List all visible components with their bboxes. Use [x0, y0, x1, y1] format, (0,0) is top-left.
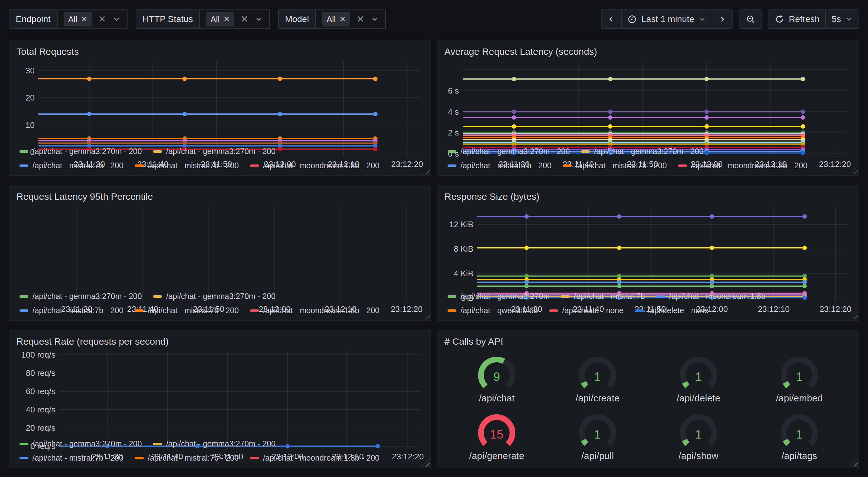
gauge-value: 15	[490, 428, 503, 441]
gauge-value: 9	[494, 370, 500, 383]
gauge-value: 1	[594, 370, 601, 383]
clear-icon[interactable]: ✕	[98, 14, 106, 24]
filter-model-chip[interactable]: All ✕	[322, 12, 350, 27]
gauge-api-embed[interactable]: 1/api/embed	[771, 353, 828, 404]
time-series-chart[interactable]: 23:11:3023:11:4023:11:5023:12:0023:12:10…	[15, 58, 425, 145]
legend-label: /api/chat - mistral:7b - 200	[148, 161, 239, 170]
legend-item[interactable]: /api/chat - gemma3:270m - 200	[153, 292, 275, 301]
gauge-api-generate[interactable]: 15/api/generate	[468, 410, 525, 461]
legend-item[interactable]: /api/chat - mistral:7b - 200	[135, 453, 239, 463]
legend-item[interactable]: /api/chat - moondream:1.8b - 200	[250, 306, 379, 315]
refresh-button[interactable]: Refresh	[769, 10, 825, 28]
legend-label: /api/chat - gemma3:270m - 200	[32, 292, 142, 301]
gauge-api-create[interactable]: 1/api/create	[569, 353, 626, 404]
chevron-down-icon[interactable]	[255, 15, 263, 23]
filter-http-status-chip[interactable]: All ✕	[206, 12, 234, 27]
time-series-chart[interactable]: 23:11:3023:11:4023:11:5023:12:0023:12:10…	[443, 203, 853, 290]
gauge-api-show[interactable]: 1/api/show	[670, 410, 727, 461]
legend-item[interactable]: /api/chat - mistral:7b - 200	[20, 453, 123, 463]
remove-value-icon[interactable]: ✕	[81, 16, 87, 23]
legend: /api/chat - gemma3:270m/api/chat - mistr…	[447, 292, 853, 315]
legend-row: /api/chat - gemma3:270m/api/chat - mistr…	[447, 292, 853, 301]
svg-text:100 req/s: 100 req/s	[22, 350, 56, 359]
legend-item[interactable]: /api/chat - gemma3:270m - 200	[447, 147, 570, 156]
refresh-interval-picker[interactable]: 5s	[825, 10, 859, 28]
panel-title[interactable]: Average Request Latency (seconds)	[444, 46, 853, 57]
time-controls: Last 1 minute Refresh	[601, 9, 859, 29]
legend-item[interactable]: /api/chat - moondream:1.8b	[656, 292, 766, 301]
refresh-label: Refresh	[788, 14, 819, 24]
legend-swatch	[656, 295, 665, 298]
remove-value-icon[interactable]: ✕	[340, 16, 346, 23]
svg-text:80 req/s: 80 req/s	[26, 368, 56, 378]
filter-http-status-label: HTTP Status	[136, 10, 200, 28]
legend-item[interactable]: /api/chat - gemma3:270m - 200	[20, 147, 142, 156]
legend-item[interactable]: /api/chat - moondream:1.8b - 200	[250, 453, 379, 463]
filter-endpoint: Endpoint All ✕ ✕	[9, 9, 128, 29]
legend-item[interactable]: /api/chat - mistral:7b	[561, 292, 645, 301]
chevron-left-icon	[607, 15, 615, 23]
chevron-down-icon[interactable]	[371, 15, 379, 23]
gauge-label: /api/pull	[581, 450, 614, 461]
time-range-label: Last 1 minute	[641, 14, 694, 24]
time-range-picker[interactable]: Last 1 minute	[621, 10, 712, 28]
remove-value-icon[interactable]: ✕	[223, 16, 229, 23]
legend-item[interactable]: /api/chat - gemma3:270m - 200	[153, 147, 275, 156]
legend-item[interactable]: /api/chat - qwen3:0.6b	[447, 306, 538, 315]
legend-item[interactable]: /api/chat - mistral:7b - 200	[447, 161, 552, 170]
legend-item[interactable]: /api/chat - moondream:1.8b - 200	[250, 161, 379, 170]
legend-swatch	[20, 165, 28, 167]
panel-request-latency-95th-percentile: Request Latency 95th Percentile23:11:302…	[9, 185, 431, 321]
legend-item[interactable]: /api/chat - gemma3:270m - 200	[20, 439, 142, 448]
filter-http-status-value[interactable]: All ✕ ✕	[200, 10, 269, 28]
time-shift-forward-button[interactable]	[712, 10, 732, 28]
legend-item[interactable]: /api/chat - moondream:1.8b - 200	[678, 161, 808, 170]
legend-item[interactable]: /api/chat - gemma3:270m - 200	[581, 147, 703, 156]
legend-label: /api/chat - gemma3:270m - 200	[166, 439, 275, 448]
time-series-chart[interactable]: 23:11:3023:11:4023:11:5023:12:0023:12:10…	[443, 58, 853, 145]
legend-item[interactable]: /api/chat - mistral:7b - 200	[20, 306, 123, 315]
time-series-chart[interactable]: 23:11:3023:11:4023:11:5023:12:0023:12:10…	[15, 203, 425, 290]
filter-model-value[interactable]: All ✕ ✕	[316, 10, 385, 28]
filter-model: Model All ✕ ✕	[278, 9, 386, 29]
legend-row: /api/chat - mistral:7b - 200/api/chat - …	[447, 161, 853, 170]
gauge-label: /api/chat	[479, 393, 514, 404]
legend-item[interactable]: /api/chat - mistral:7b - 200	[135, 161, 239, 170]
panel-title[interactable]: Request Latency 95th Percentile	[17, 191, 425, 202]
legend-item[interactable]: /api/chat - gemma3:270m - 200	[153, 439, 275, 448]
time-shift-back-button[interactable]	[601, 10, 621, 28]
panel-title[interactable]: Response Size (bytes)	[444, 191, 853, 202]
panel-title[interactable]: Total Requests	[17, 46, 425, 57]
legend-item[interactable]: /api/chat - mistral:7b - 200	[135, 306, 239, 315]
svg-text:30: 30	[26, 66, 35, 75]
legend-item[interactable]: /api/chat - mistral:7b - 200	[20, 161, 123, 170]
legend-item[interactable]: /api/chat - gemma3:270m	[447, 292, 550, 301]
legend-swatch	[678, 165, 687, 167]
legend-item[interactable]: /api/chat - gemma3:270m - 200	[20, 292, 142, 301]
legend-item[interactable]: /api/delete - none	[635, 306, 709, 315]
panel-title[interactable]: Request Rate (requests per second)	[17, 336, 425, 347]
clear-icon[interactable]: ✕	[240, 14, 248, 24]
legend: /api/chat - gemma3:270m - 200/api/chat -…	[20, 147, 425, 170]
gauge-api-delete[interactable]: 1/api/delete	[670, 353, 727, 404]
filter-endpoint-value[interactable]: All ✕ ✕	[58, 10, 127, 28]
legend-label: /api/chat - mistral:7b	[574, 292, 645, 301]
filter-endpoint-chip[interactable]: All ✕	[64, 12, 92, 27]
gauge-api-pull[interactable]: 1/api/pull	[569, 410, 626, 461]
time-range-group: Last 1 minute	[601, 9, 733, 29]
legend-label: /api/chat - gemma3:270m - 200	[32, 439, 142, 448]
gauge-label: /api/delete	[677, 393, 720, 404]
zoom-out-button[interactable]	[740, 10, 761, 28]
gauge-api-tags[interactable]: 1/api/tags	[771, 410, 828, 461]
time-series-chart[interactable]: 23:11:3023:11:4023:11:5023:12:0023:12:10…	[15, 348, 425, 437]
gauge-label: /api/generate	[469, 450, 524, 461]
legend-item[interactable]: /api/create - none	[549, 306, 624, 315]
panel-title[interactable]: # Calls by API	[444, 336, 853, 347]
clear-icon[interactable]: ✕	[356, 14, 364, 24]
chevron-down-icon[interactable]	[113, 15, 121, 23]
filter-http-status: HTTP Status All ✕ ✕	[136, 9, 270, 29]
legend-item[interactable]: /api/chat - mistral:7b - 200	[563, 161, 667, 170]
gauge-api-chat[interactable]: 9/api/chat	[468, 353, 525, 404]
legend-row: /api/chat - mistral:7b - 200/api/chat - …	[20, 453, 425, 463]
gauge-value: 1	[594, 428, 601, 441]
